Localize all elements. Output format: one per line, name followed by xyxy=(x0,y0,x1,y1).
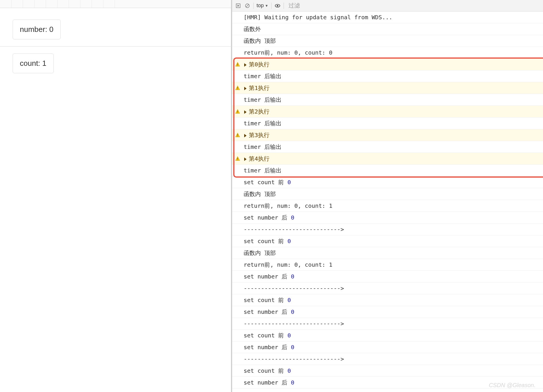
disclosure-triangle-icon[interactable] xyxy=(244,63,247,67)
svg-rect-11 xyxy=(237,89,238,90)
svg-marker-1 xyxy=(238,5,239,7)
console-row[interactable]: set number 后 0 xyxy=(232,271,543,283)
console-row[interactable]: 第4执行 xyxy=(232,153,543,165)
console-row[interactable]: 第2执行 xyxy=(232,106,543,118)
warning-icon xyxy=(235,61,241,67)
ruler-tick xyxy=(34,0,46,8)
clear-console-icon[interactable] xyxy=(244,3,251,9)
svg-rect-10 xyxy=(237,87,238,89)
console-row[interactable]: ----------------------------> xyxy=(232,353,543,365)
ruler-tick xyxy=(57,0,69,8)
disclosure-triangle-icon[interactable] xyxy=(244,134,247,137)
warning-icon xyxy=(235,108,241,114)
svg-rect-19 xyxy=(237,158,238,159)
devtools-console: top ▼ [HMR] Waiting for update signal fr… xyxy=(232,0,543,392)
app-root: number: 0 count: 1 top ▼ xyxy=(0,0,543,392)
console-message: 第0执行 xyxy=(249,61,269,68)
warning-icon xyxy=(235,84,241,90)
divider xyxy=(0,46,244,47)
svg-rect-13 xyxy=(237,111,238,112)
disclosure-triangle-icon[interactable] xyxy=(244,157,247,161)
console-message: set number 后 xyxy=(244,379,291,386)
console-row[interactable]: 函数外 xyxy=(232,23,543,35)
console-row[interactable]: return前, num: 0, count: 0 xyxy=(232,47,543,59)
console-row[interactable]: timer 后输出 xyxy=(232,70,543,82)
console-message: set number 后 xyxy=(244,308,291,315)
svg-rect-16 xyxy=(237,134,238,136)
ruler-tick xyxy=(92,0,103,8)
console-number: 0 xyxy=(287,367,291,374)
console-message: set count 前 xyxy=(244,332,287,339)
svg-rect-7 xyxy=(237,64,238,65)
console-message: 第1执行 xyxy=(249,84,269,91)
console-row[interactable]: 第1执行 xyxy=(232,82,543,94)
console-message: set count 前 xyxy=(244,238,287,245)
ruler-tick xyxy=(46,0,57,8)
ruler-tick xyxy=(11,0,23,8)
console-row[interactable]: return前, num: 0, count: 1 xyxy=(232,200,543,212)
console-row[interactable]: set count 前 0 xyxy=(232,365,543,377)
count-button[interactable]: count: 1 xyxy=(13,53,54,73)
console-number: 0 xyxy=(287,238,291,245)
play-icon[interactable] xyxy=(235,3,241,9)
console-row[interactable]: set count 前 0 xyxy=(232,330,543,341)
separator xyxy=(284,3,284,9)
console-output[interactable]: [HMR] Waiting for update signal from WDS… xyxy=(232,11,543,392)
console-number: 0 xyxy=(291,308,294,315)
context-selector[interactable]: top ▼ xyxy=(257,3,268,9)
console-row[interactable]: 第0执行 xyxy=(232,59,543,70)
console-row[interactable]: ----------------------------> xyxy=(232,389,543,392)
console-row[interactable]: set count 前 0 xyxy=(232,294,543,306)
console-row[interactable]: set number 后 0 xyxy=(232,212,543,224)
console-row[interactable]: set count 前 0 xyxy=(232,235,543,247)
svg-rect-8 xyxy=(237,66,238,66)
console-row[interactable]: ----------------------------> xyxy=(232,318,543,330)
number-button[interactable]: number: 0 xyxy=(13,20,61,39)
console-row[interactable]: set number 后 0 xyxy=(232,306,543,318)
console-message: set count 前 xyxy=(244,179,287,186)
console-row[interactable]: timer 后输出 xyxy=(232,141,543,153)
disclosure-triangle-icon[interactable] xyxy=(244,110,247,114)
console-number: 0 xyxy=(287,332,291,339)
svg-rect-14 xyxy=(237,113,238,113)
console-row[interactable]: timer 后输出 xyxy=(232,94,543,106)
ruler-tick xyxy=(103,0,115,8)
disclosure-triangle-icon[interactable] xyxy=(244,87,247,90)
console-row[interactable]: ----------------------------> xyxy=(232,224,543,235)
console-row[interactable]: timer 后输出 xyxy=(232,118,543,129)
console-row[interactable]: ----------------------------> xyxy=(232,283,543,294)
console-row[interactable]: set number 后 0 xyxy=(232,341,543,353)
console-message: set count 前 xyxy=(244,367,287,374)
watermark: CSDN @Gleason. xyxy=(489,382,536,389)
svg-point-5 xyxy=(277,5,278,6)
chevron-down-icon: ▼ xyxy=(265,4,268,8)
console-row[interactable]: 第3执行 xyxy=(232,129,543,141)
console-message: set count 前 xyxy=(244,297,287,303)
console-message: 第3执行 xyxy=(249,132,269,139)
filter-input[interactable] xyxy=(287,2,540,10)
console-row[interactable]: 函数内 顶部 xyxy=(232,247,543,259)
console-row[interactable]: 函数内 顶部 xyxy=(232,188,543,200)
warning-icon xyxy=(235,132,241,137)
svg-rect-20 xyxy=(237,160,238,160)
ruler xyxy=(0,0,231,8)
warning-icon xyxy=(235,155,241,161)
ruler-tick xyxy=(0,0,11,8)
console-row[interactable]: 函数内 顶部 xyxy=(232,35,543,47)
console-number: 0 xyxy=(287,179,291,186)
console-row[interactable]: [HMR] Waiting for update signal from WDS… xyxy=(232,11,543,23)
eye-icon[interactable] xyxy=(274,3,281,9)
ruler-tick xyxy=(69,0,80,8)
svg-rect-17 xyxy=(237,136,238,137)
console-number: 0 xyxy=(291,214,294,221)
separator xyxy=(271,3,272,9)
console-number: 0 xyxy=(291,379,294,386)
console-row[interactable]: timer 后输出 xyxy=(232,165,543,176)
context-label: top xyxy=(257,3,264,9)
console-row[interactable]: set count 前 0 xyxy=(232,176,543,188)
console-number: 0 xyxy=(287,297,291,303)
ruler-tick xyxy=(23,0,34,8)
console-row[interactable]: return前, num: 0, count: 1 xyxy=(232,259,543,271)
ruler-tick xyxy=(80,0,92,8)
svg-line-3 xyxy=(246,4,249,7)
